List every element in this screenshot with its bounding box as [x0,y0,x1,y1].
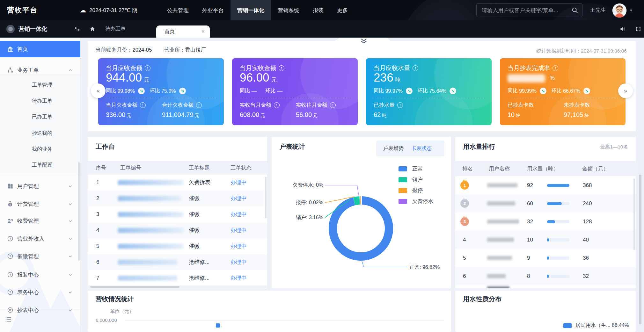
row-status-link[interactable]: 办理中 [231,191,247,206]
pie-label-paused: 报停: 0.02% [284,199,323,206]
legend-normal[interactable]: 正常 [399,165,423,172]
legend-label: 销户 [412,176,423,183]
trend-down-icon [583,88,590,94]
legend-label: 居民用水（生... 86.44% [575,322,629,329]
revenue-legend-swatch[interactable] [216,323,220,328]
ranking-row[interactable]: 2 60 240 [455,194,636,213]
row-status-link[interactable]: 办理中 [231,254,247,270]
ranking-row[interactable]: 4 10 40 [455,231,636,249]
sidebar-item-installation-center[interactable]: ? 报装中心 [0,267,80,282]
submenu-item-order-mgmt[interactable]: 工单管理 [0,77,80,93]
tab-close-icon[interactable]: × [201,25,205,38]
info-icon[interactable]: ! [196,102,202,108]
trend-down-icon [138,88,145,94]
ranking-row-clipped[interactable] [455,285,636,288]
collapse-menu-icon[interactable] [4,315,12,323]
worktable-vscrollbar[interactable] [265,177,267,218]
card-unit: 元 [271,77,277,83]
table-row[interactable]: 1 欠费拆表办理中 [88,175,267,191]
row-title: 抢维修... [189,254,209,270]
table-row[interactable]: 4 催缴办理中 [88,222,267,238]
ranking-row[interactable]: 6 8 32 [455,267,636,285]
row-status-link[interactable]: 办理中 [231,222,247,238]
mom-label: 环比 [418,88,428,94]
legend-closed[interactable]: 销户 [399,176,423,183]
info-icon[interactable]: ! [274,102,280,108]
legend-cutoff[interactable]: 欠费停水 [399,198,433,205]
yoy-value: –– [251,88,257,94]
sidebar-item-home[interactable]: 首页 [0,41,80,57]
info-icon[interactable]: ! [413,65,418,71]
sidebar-item-user-mgmt[interactable]: 用户管理 [0,179,80,193]
submenu-item-done-orders[interactable]: 已办工单 [0,109,80,125]
home-icon[interactable] [89,26,96,32]
hscroll-thumb[interactable] [90,286,179,288]
submenu-item-todo-orders[interactable]: 待办工单 [0,93,80,109]
row-status-link[interactable]: 办理中 [231,238,247,254]
ranking-vscrollbar[interactable] [633,178,635,250]
sidebar-scrollbar[interactable] [78,162,80,261]
sidebar-item-meter-affairs-center[interactable]: ? 表务中心 [0,285,80,300]
water-nature-title: 用水性质分布 [463,295,501,303]
submenu-item-order-config[interactable]: 工单配置 [0,157,80,173]
cards-prev-button[interactable]: « [91,83,106,98]
revenue-platform-app: 营收平台 ☁ 2024-07-31 27℃ 阴 公共管理 外业平台 营销一体化 … [0,0,644,332]
ranking-note: 最高1—10名 [600,144,628,150]
sidebar-item-fee-mgmt[interactable]: 收费管理 [0,213,80,228]
switch-module-icon[interactable] [74,26,80,32]
table-row[interactable]: 3 催缴办理中 [88,206,267,222]
tab-home[interactable]: 首页 × [156,25,210,38]
info-icon[interactable]: ! [330,102,336,108]
yoy-label: 同比 [240,88,250,94]
double-chevron-down-icon[interactable] [360,38,367,44]
nav-item-marketing-system[interactable]: 营销系统 [271,0,306,20]
avatar[interactable] [612,3,627,18]
submenu-item-cc-me[interactable]: 抄送我的 [0,126,80,141]
ranking-row[interactable]: 5 9 36 [455,249,636,267]
row-status-link[interactable]: 办理中 [231,270,247,286]
nav-item-field[interactable]: 外业平台 [195,0,231,20]
nature-legend-item[interactable]: 居民用水（生... 86.44% [563,322,629,329]
search-icon[interactable] [571,7,578,14]
redacted-order-id [118,228,183,233]
info-icon[interactable]: ! [397,102,403,108]
page-scrollbar[interactable] [639,175,641,324]
module-title: 营销一体化 [18,20,47,38]
cards-next-button[interactable]: » [618,83,633,98]
quick-link-todo[interactable]: 待办工单 [105,20,126,38]
gridline [125,320,443,321]
speaker-icon[interactable] [620,26,626,32]
legend-swatch [399,188,407,193]
sidebar-item-nonop-income[interactable]: ? 营业外收入 [0,231,80,246]
nav-item-more[interactable]: 更多 [330,0,355,20]
ranking-row[interactable]: 1 92 368 [455,176,636,194]
info-icon[interactable]: ! [553,65,558,71]
info-icon[interactable]: ! [279,65,284,71]
user-menu-caret-icon[interactable]: ▾ [630,0,632,20]
row-status-link[interactable]: 办理中 [231,206,247,222]
fullscreen-icon[interactable] [635,26,641,32]
question-circle-icon: ? [7,271,13,278]
sidebar-item-billing-mgmt[interactable]: S 计费管理 [0,197,80,211]
search-input[interactable] [481,4,568,18]
table-row[interactable]: 6 抢维修...办理中 [88,254,267,270]
info-icon[interactable]: ! [140,102,146,108]
svg-text:?: ? [9,255,11,258]
nav-item-public[interactable]: 公共管理 [160,0,195,20]
submenu-item-my-business[interactable]: 我的业务 [0,141,80,157]
table-row[interactable]: 7 抢维修...办理中 [88,270,267,286]
row-status-link[interactable]: 办理中 [231,175,247,191]
yoy-label: 同比 [106,88,116,94]
worktable-title: 工作台 [96,142,115,151]
info-icon[interactable]: ! [145,65,150,71]
table-row[interactable]: 5 催缴办理中 [88,238,267,254]
nav-item-marketing-integrated[interactable]: 营销一体化 [231,0,271,20]
sidebar-item-collection-mgmt[interactable]: ? 催缴管理 [0,249,80,263]
legend-paused[interactable]: 报停 [399,187,423,194]
stat-cards: 当月应收金额! 944.00元 同比 99.98% 环比 75.9% 当月欠收金… [98,58,626,125]
ranking-row[interactable]: 3 32 128 [455,213,636,231]
table-row[interactable]: 2 催缴办理中 [88,191,267,206]
redacted-user-name [487,220,519,224]
username: 王先生 [590,0,606,20]
nav-item-installation[interactable]: 报装 [306,0,330,20]
